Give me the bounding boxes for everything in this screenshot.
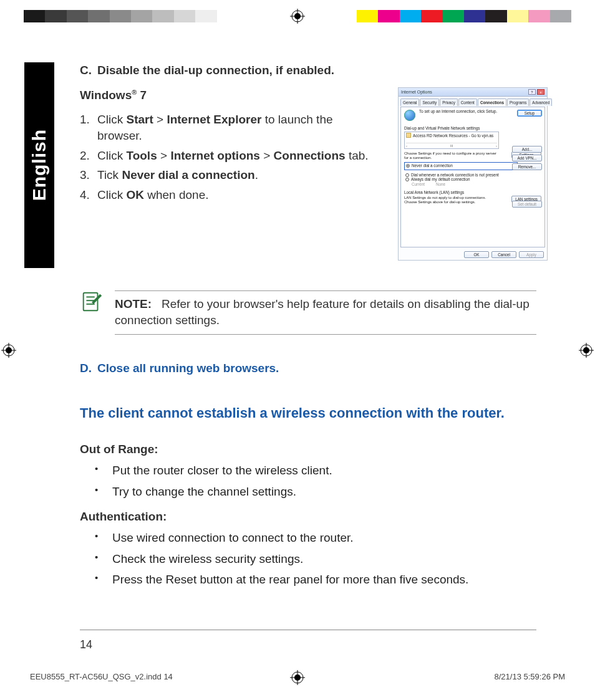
note-divider-bottom: [115, 334, 536, 335]
vpn-listbox[interactable]: Access RD Network Resources - Go to vpn.…: [404, 132, 499, 149]
out-of-range-heading: Out of Range:: [80, 443, 536, 456]
section-d-heading: D.Close all running web browsers.: [80, 362, 536, 375]
window-help-button[interactable]: ?: [528, 89, 536, 95]
current-value: None: [436, 182, 445, 187]
dialog-title: Internet Options: [401, 90, 432, 94]
cancel-button[interactable]: Cancel: [491, 251, 516, 258]
dialog-tab-privacy[interactable]: Privacy: [440, 98, 458, 106]
add-vpn-button[interactable]: Add VPN...: [512, 155, 542, 161]
dialog-tab-content[interactable]: Content: [458, 98, 477, 106]
color-swatch: [378, 10, 399, 22]
color-swatch: [88, 10, 109, 22]
page-number: 14: [80, 638, 92, 651]
authentication-heading: Authentication:: [80, 510, 536, 524]
dial-radio-group: Never dial a connection: [404, 162, 518, 170]
current-label: Current: [412, 182, 425, 187]
color-swatch: [443, 10, 464, 22]
footer-file: EEU8555_RT-AC56U_QSG_v2.indd 14: [30, 672, 173, 681]
issue-heading: The client cannot establish a wireless c…: [80, 405, 536, 421]
color-swatch: [67, 10, 88, 22]
color-swatch: [357, 10, 378, 22]
note-block: NOTE: Refer to your browser's help featu…: [80, 290, 536, 335]
lan-hint: LAN Settings do not apply to dial-up con…: [404, 196, 498, 204]
registration-mark-left: [1, 343, 16, 358]
dialog-tabs: GeneralSecurityPrivacyContentConnections…: [399, 97, 547, 106]
step-item: Click OK when done.: [80, 187, 379, 203]
list-item: Try to change the channel settings.: [112, 484, 536, 500]
dialog-tab-advanced[interactable]: Advanced: [530, 98, 552, 106]
section-c-heading: C.Disable the dial-up connection, if ena…: [80, 62, 536, 79]
color-swatch: [464, 10, 485, 22]
color-swatch: [24, 10, 45, 22]
settings-hint: Choose Settings if you need to configure…: [404, 151, 498, 160]
step-item: Click Start > Internet Explorer to launc…: [80, 112, 379, 143]
dialog-tab-security[interactable]: Security: [420, 98, 439, 106]
color-swatch: [45, 10, 66, 22]
color-swatch: [110, 10, 131, 22]
window-close-button[interactable]: x: [537, 89, 544, 95]
add-button[interactable]: Add...: [512, 146, 542, 153]
color-swatch: [485, 10, 506, 22]
lan-group-label: Local Area Network (LAN) settings: [404, 190, 541, 194]
set-default-button[interactable]: Set default: [512, 201, 542, 208]
list-item: Put the router closer to the wireless cl…: [112, 463, 536, 479]
note-text: NOTE: Refer to your browser's help featu…: [115, 296, 536, 328]
colorbar-grayscale: [24, 10, 238, 22]
registration-mark-top: [290, 9, 305, 24]
dialog-panel: Setup To set up an Internet connection, …: [400, 107, 545, 247]
internet-options-dialog: Internet Options ? x GeneralSecurityPriv…: [398, 87, 548, 261]
step-item: Click Tools > Internet options > Connect…: [80, 148, 379, 164]
colorbar-process: [357, 10, 571, 22]
step-item: Tick Never dial a connection.: [80, 167, 379, 183]
language-tab-label: English: [29, 129, 50, 201]
color-swatch: [550, 10, 571, 22]
dialog-footer: OK Cancel Apply: [402, 251, 544, 258]
setup-button[interactable]: Setup: [517, 110, 542, 117]
document-footer: EEU8555_RT-AC56U_QSG_v2.indd 14 8/21/13 …: [30, 672, 565, 681]
section-d: D.Close all running web browsers.: [80, 362, 536, 375]
globe-icon: [404, 110, 415, 121]
connection-icon: [406, 133, 411, 138]
dialog-tab-connections[interactable]: Connections: [478, 98, 506, 106]
steps-list: Click Start > Internet Explorer to launc…: [80, 112, 379, 203]
radio-always-dial[interactable]: Always dial my default connection: [405, 177, 540, 182]
vpn-group-label: Dial-up and Virtual Private Network sett…: [404, 126, 541, 130]
language-tab: English: [24, 62, 54, 268]
color-swatch: [195, 10, 216, 22]
color-swatch: [174, 10, 195, 22]
note-icon: [80, 290, 104, 314]
radio-never-dial[interactable]: Never dial a connection: [406, 163, 516, 168]
remove-button[interactable]: Remove...: [512, 163, 542, 170]
list-item: Press the Reset button at the rear panel…: [112, 572, 536, 588]
out-of-range-section: Out of Range: Put the router closer to t…: [80, 443, 536, 504]
authentication-section: Authentication: Use wired connection to …: [80, 510, 536, 593]
list-item: Check the wireless security settings.: [112, 551, 536, 567]
color-swatch: [217, 10, 238, 22]
color-swatch: [528, 10, 549, 22]
list-item: Use wired connection to connect to the r…: [112, 530, 536, 546]
content-area: C.Disable the dial-up connection, if ena…: [80, 62, 536, 206]
footer-timestamp: 8/21/13 5:59:26 PM: [495, 672, 565, 681]
color-swatch: [400, 10, 421, 22]
color-swatch: [507, 10, 528, 22]
color-swatch: [131, 10, 152, 22]
color-swatch: [152, 10, 173, 22]
dialog-tab-general[interactable]: General: [400, 98, 419, 106]
note-divider-top: [115, 290, 536, 291]
color-swatch: [421, 10, 442, 22]
dialog-titlebar: Internet Options ? x: [399, 88, 547, 97]
registration-mark-right: [579, 343, 594, 358]
dialog-tab-programs[interactable]: Programs: [507, 98, 529, 106]
radio-dial-whenever[interactable]: Dial whenever a network connection is no…: [405, 173, 540, 178]
ok-button[interactable]: OK: [464, 251, 489, 258]
apply-button[interactable]: Apply: [519, 251, 544, 258]
page-rule: [80, 630, 536, 630]
